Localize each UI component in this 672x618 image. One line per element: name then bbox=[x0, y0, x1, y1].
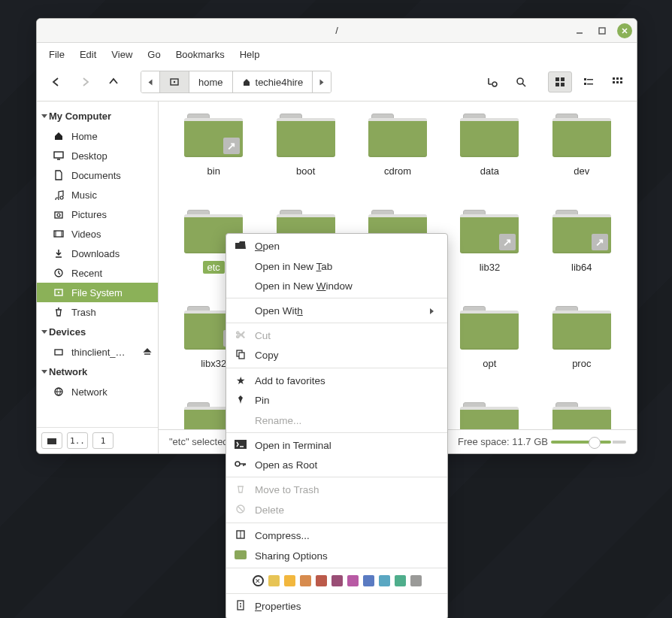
ctx-properties[interactable]: Properties bbox=[226, 596, 447, 616]
folder-item[interactable]: boot bbox=[261, 114, 350, 208]
folder-item[interactable]: ↗bin bbox=[169, 114, 258, 208]
path-home-button[interactable]: home bbox=[189, 71, 233, 92]
search-button[interactable] bbox=[509, 71, 533, 92]
nav-forward-button[interactable] bbox=[73, 71, 97, 92]
ctx-rename-label: Rename... bbox=[255, 415, 301, 426]
ctx-add-favorites[interactable]: ★ Add to favorites bbox=[226, 371, 447, 390]
toggle-location-button[interactable] bbox=[480, 71, 504, 92]
tree-mode-button[interactable]: 1.. bbox=[67, 432, 88, 449]
sidebar-item-music[interactable]: Music bbox=[37, 185, 158, 204]
sidebar-item-videos[interactable]: Videos bbox=[37, 224, 158, 244]
ctx-compress-label: Compress... bbox=[255, 530, 310, 541]
path-next-button[interactable] bbox=[313, 71, 331, 92]
folder-item[interactable]: ↗lib64 bbox=[537, 210, 626, 304]
svg-rect-10 bbox=[555, 83, 559, 86]
menu-file[interactable]: File bbox=[43, 46, 71, 63]
svg-point-6 bbox=[517, 78, 523, 84]
ctx-pin[interactable]: Pin bbox=[226, 390, 447, 410]
menu-help[interactable]: Help bbox=[234, 46, 266, 63]
videos-icon bbox=[53, 229, 65, 239]
sidebar-item-trash[interactable]: Trash bbox=[37, 302, 158, 322]
folder-item[interactable]: opt bbox=[445, 306, 534, 401]
svg-rect-9 bbox=[561, 77, 565, 81]
close-button[interactable] bbox=[617, 23, 632, 38]
sidebar-item-downloads[interactable]: Downloads bbox=[37, 244, 158, 263]
svg-line-40 bbox=[238, 507, 243, 511]
folder-item[interactable]: data bbox=[445, 114, 534, 208]
section-my-computer[interactable]: My Computer bbox=[37, 106, 158, 126]
folder-item[interactable]: proc bbox=[537, 306, 626, 401]
sidebar-item-recent[interactable]: Recent bbox=[37, 263, 158, 283]
ctx-open-new-window[interactable]: Open in New Window bbox=[226, 276, 447, 295]
network-icon bbox=[53, 386, 65, 397]
color-swatch[interactable] bbox=[300, 575, 311, 586]
color-swatch[interactable] bbox=[363, 575, 374, 586]
nav-up-button[interactable] bbox=[101, 71, 126, 92]
sidebar-item-network[interactable]: Network bbox=[37, 382, 158, 401]
svg-rect-37 bbox=[235, 440, 247, 449]
color-reset[interactable] bbox=[253, 575, 264, 586]
color-swatch[interactable] bbox=[331, 575, 343, 586]
desktop-icon bbox=[53, 150, 65, 161]
sidebar-item-desktop[interactable]: Desktop bbox=[37, 146, 158, 165]
color-swatch[interactable] bbox=[379, 575, 390, 586]
ctx-open-with[interactable]: Open With bbox=[226, 301, 447, 320]
folder-item[interactable]: srv bbox=[537, 402, 626, 429]
sidebar-item-thinclient[interactable]: thinclient_… bbox=[37, 342, 158, 362]
sidebar-item-file-system[interactable]: File System bbox=[37, 283, 158, 302]
folder-item[interactable]: dev bbox=[537, 114, 626, 208]
section-devices[interactable]: Devices bbox=[37, 322, 158, 342]
symlink-badge-icon: ↗ bbox=[592, 234, 608, 250]
color-swatch[interactable] bbox=[284, 575, 295, 586]
ctx-open-new-tab[interactable]: Open in New Tab bbox=[226, 256, 447, 276]
symlink-badge-icon: ↗ bbox=[223, 138, 240, 154]
color-swatch[interactable] bbox=[268, 575, 280, 586]
eject-button[interactable] bbox=[143, 347, 152, 356]
folder-item[interactable]: cdrom bbox=[353, 114, 442, 208]
ctx-open-terminal[interactable]: Open in Terminal bbox=[226, 435, 447, 455]
menu-view[interactable]: View bbox=[105, 46, 138, 63]
ctx-compress[interactable]: Compress... bbox=[226, 526, 447, 546]
places-mode-button[interactable] bbox=[41, 432, 62, 449]
sidebar-item-documents[interactable]: Documents bbox=[37, 165, 158, 185]
folder-icon bbox=[552, 402, 611, 429]
nav-back-button[interactable] bbox=[44, 71, 68, 92]
ctx-open-with-label: Open With bbox=[255, 305, 303, 317]
folder-label: etc bbox=[203, 261, 225, 274]
ctx-sharing[interactable]: Sharing Options bbox=[226, 546, 447, 565]
minimize-button[interactable] bbox=[572, 23, 587, 38]
ctx-open-root[interactable]: Open as Root bbox=[226, 455, 447, 474]
folder-item[interactable]: snap bbox=[445, 402, 534, 429]
view-icons-button[interactable] bbox=[548, 71, 572, 92]
recent-icon bbox=[53, 268, 65, 278]
section-network[interactable]: Network bbox=[37, 362, 158, 382]
menu-bookmarks[interactable]: Bookmarks bbox=[170, 46, 231, 63]
menu-edit[interactable]: Edit bbox=[74, 46, 102, 63]
ctx-cut: ✀ Cut bbox=[226, 326, 447, 345]
path-user-button[interactable]: techie4hire bbox=[233, 71, 313, 92]
ctx-rename: Rename... bbox=[226, 410, 447, 430]
color-swatch[interactable] bbox=[410, 575, 422, 586]
folder-icon bbox=[552, 306, 611, 350]
sidebar-item-label: Pictures bbox=[71, 209, 107, 220]
symlink-badge-icon: ↗ bbox=[499, 234, 516, 250]
path-prev-button[interactable] bbox=[141, 71, 160, 92]
ctx-open[interactable]: Open bbox=[226, 236, 447, 256]
sidebar-item-pictures[interactable]: Pictures bbox=[37, 204, 158, 224]
single-mode-button[interactable]: 1 bbox=[92, 432, 114, 449]
maximize-button[interactable] bbox=[595, 23, 610, 38]
view-compact-button[interactable] bbox=[605, 71, 629, 92]
zoom-slider[interactable] bbox=[551, 441, 626, 444]
view-list-button[interactable] bbox=[577, 71, 601, 92]
sidebar-item-home[interactable]: Home bbox=[37, 126, 158, 146]
svg-point-31 bbox=[58, 292, 59, 293]
menu-go[interactable]: Go bbox=[141, 46, 166, 63]
path-root-button[interactable] bbox=[160, 71, 189, 92]
folder-item[interactable]: ↗lib32 bbox=[445, 210, 534, 304]
color-swatch[interactable] bbox=[347, 575, 359, 586]
sidebar-item-label: Network bbox=[71, 386, 107, 398]
color-swatch[interactable] bbox=[316, 575, 327, 586]
folder-label: opt bbox=[478, 357, 501, 370]
ctx-copy[interactable]: Copy bbox=[226, 345, 447, 365]
color-swatch[interactable] bbox=[395, 575, 406, 586]
